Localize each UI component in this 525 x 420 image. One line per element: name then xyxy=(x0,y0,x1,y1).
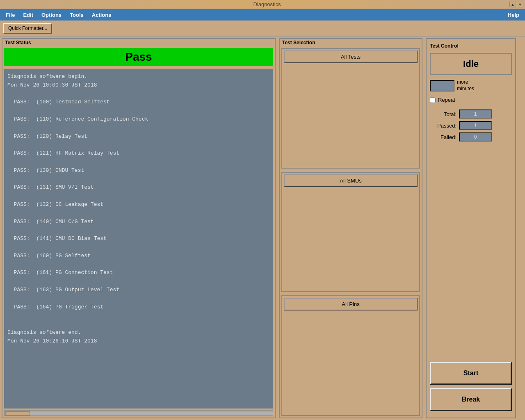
main-content: Test Status Pass Diagnosis software begi… xyxy=(0,37,525,420)
test-status-panel: Test Status Pass Diagnosis software begi… xyxy=(2,38,276,418)
idle-display: Idle xyxy=(430,53,512,75)
total-row: Total: 1 xyxy=(430,110,512,119)
minimize-button[interactable]: ▲ xyxy=(509,2,516,7)
horizontal-scrollbar[interactable] xyxy=(4,410,273,416)
toolbar: Quick Formatter... xyxy=(0,21,525,37)
all-pins-list xyxy=(284,314,418,413)
menu-actions[interactable]: Actions xyxy=(88,10,116,20)
repeat-row: Repeat xyxy=(430,97,512,103)
test-control-panel: Test Control Idle moreminutes Repeat Tot… xyxy=(426,38,516,418)
repeat-checkbox[interactable] xyxy=(430,97,436,103)
quick-formatter-button[interactable]: Quick Formatter... xyxy=(3,23,52,34)
all-pins-section: All Pins xyxy=(281,295,420,416)
repeat-label: Repeat xyxy=(438,97,455,103)
test-status-title: Test Status xyxy=(2,39,275,46)
minutes-label: moreminutes xyxy=(457,79,474,92)
window-title: Diagnostics xyxy=(25,1,509,7)
all-tests-button[interactable]: All Tests xyxy=(284,50,418,63)
minutes-row: moreminutes xyxy=(430,79,512,92)
pass-indicator: Pass xyxy=(4,48,273,66)
test-log[interactable]: Diagnosis software begin. Mon Nov 26 10:… xyxy=(4,69,273,409)
menu-help[interactable]: Help xyxy=(504,10,523,20)
break-button[interactable]: Break xyxy=(430,388,512,411)
passed-value: 1 xyxy=(459,121,492,130)
total-value: 1 xyxy=(459,110,492,119)
menu-edit[interactable]: Edit xyxy=(19,10,37,20)
failed-label: Failed: xyxy=(430,134,457,140)
all-pins-button[interactable]: All Pins xyxy=(284,298,418,310)
all-smus-button[interactable]: All SMUs xyxy=(284,174,418,187)
menu-bar: File Edit Options Tools Actions Help xyxy=(0,9,525,21)
stats-table: Total: 1 Passed: 1 Failed: 0 xyxy=(430,110,512,144)
all-smus-list xyxy=(284,190,418,290)
failed-value: 0 xyxy=(459,132,492,142)
all-smus-section: All SMUs xyxy=(281,172,420,292)
menu-tools[interactable]: Tools xyxy=(66,10,88,20)
menu-options[interactable]: Options xyxy=(37,10,66,20)
all-tests-section: All Tests xyxy=(281,48,420,169)
test-control-title: Test Control xyxy=(430,42,512,50)
maximize-button[interactable]: ▼ xyxy=(517,2,523,7)
test-selection-panel: Test Selection All Tests All SMUs All Pi… xyxy=(279,38,422,418)
all-tests-list xyxy=(284,66,418,166)
start-button[interactable]: Start xyxy=(430,362,512,385)
total-label: Total: xyxy=(430,111,457,117)
menu-file[interactable]: File xyxy=(2,10,19,20)
test-selection-title: Test Selection xyxy=(280,39,422,46)
failed-row: Failed: 0 xyxy=(430,132,512,142)
passed-label: Passed: xyxy=(430,123,457,129)
title-bar: Diagnostics ▲ ▼ xyxy=(0,0,525,9)
minutes-input[interactable] xyxy=(430,80,454,91)
passed-row: Passed: 1 xyxy=(430,121,512,130)
